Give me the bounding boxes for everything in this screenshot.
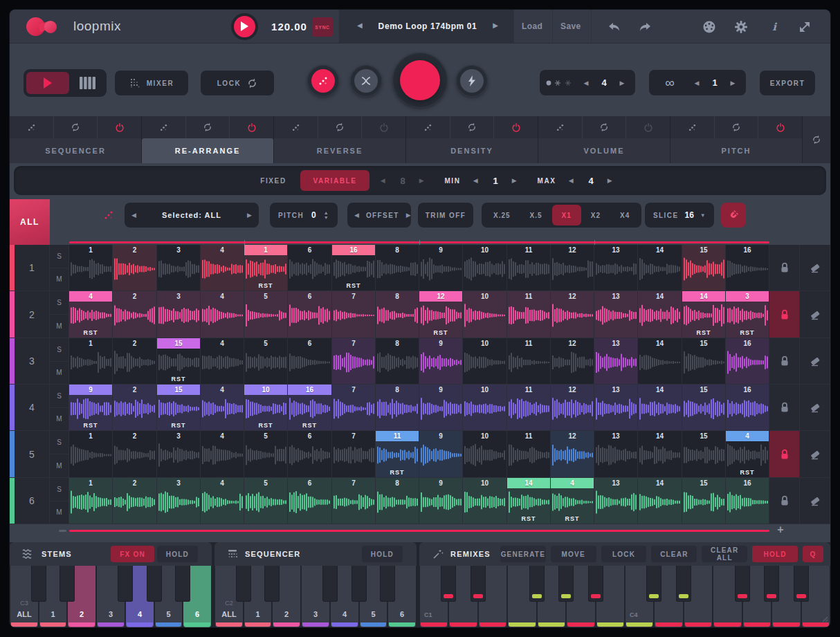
slice-cell[interactable]: 5	[244, 431, 288, 477]
min-next-icon[interactable]: ▶	[508, 166, 522, 195]
keys-view-button[interactable]	[79, 76, 98, 90]
shuffle-knob[interactable]	[350, 65, 382, 97]
slice-cell[interactable]: 3	[157, 291, 201, 338]
slice-cell[interactable]: 12	[551, 431, 594, 477]
mute-button[interactable]: M	[50, 501, 69, 524]
slice-cell[interactable]: 13	[594, 478, 638, 524]
slice-cell[interactable]: 1	[69, 431, 113, 477]
pattern-next-icon[interactable]: ▶	[616, 80, 628, 86]
black-key[interactable]	[264, 566, 280, 602]
midi-button[interactable]	[702, 19, 717, 35]
slice-cell[interactable]: 1	[69, 478, 113, 524]
slice-cell[interactable]: 6	[288, 245, 332, 290]
slice-cell[interactable]: 14	[638, 385, 682, 430]
tab-cycle-icon[interactable]	[186, 116, 230, 138]
slice-cell[interactable]: 1	[69, 338, 113, 384]
loop-range-bar[interactable]	[69, 241, 769, 243]
slice-cell[interactable]: 1	[69, 245, 113, 290]
magnet-button[interactable]	[721, 203, 746, 228]
row-lock-button[interactable]	[769, 478, 800, 524]
lock-button[interactable]: LOCK	[201, 71, 274, 95]
remix-hold-button[interactable]: HOLD	[752, 546, 798, 562]
row-clear-button[interactable]	[800, 245, 830, 290]
tab-dice-icon[interactable]	[142, 116, 186, 138]
loop-prev-icon[interactable]: ◀	[691, 80, 703, 86]
pattern-value[interactable]: 4	[592, 77, 616, 88]
slice-cell[interactable]: 10	[463, 478, 507, 524]
slice-cell[interactable]: 15	[682, 478, 726, 524]
loop-next-icon[interactable]: ▶	[727, 80, 739, 86]
loop-value[interactable]: 1	[703, 77, 727, 88]
mixer-button[interactable]: MIXER	[115, 71, 188, 95]
slice-cell[interactable]: 13	[594, 245, 638, 290]
record-button[interactable]	[392, 53, 448, 108]
selected-prev-icon[interactable]: ◀	[125, 212, 143, 219]
offset-next-icon[interactable]: ▶	[399, 212, 418, 219]
speed-x25-button[interactable]: X.25	[484, 205, 520, 225]
slice-cell[interactable]: 4	[201, 291, 244, 338]
preset-prev-icon[interactable]: ◀	[357, 21, 363, 29]
row-lock-button[interactable]	[769, 291, 800, 338]
redo-button[interactable]	[638, 19, 653, 35]
tab-dice-icon[interactable]	[406, 116, 450, 138]
row-clear-button[interactable]	[800, 291, 830, 338]
row-clear-button[interactable]	[800, 338, 830, 384]
slice-cell[interactable]: 9	[419, 431, 463, 477]
settings-button[interactable]	[733, 19, 749, 35]
slice-cell[interactable]: 5	[244, 291, 288, 338]
slice-cell[interactable]: 4	[201, 431, 244, 477]
min-prev-icon[interactable]: ◀	[469, 166, 483, 195]
row-lock-button[interactable]	[769, 245, 800, 290]
slice-cell[interactable]: 14RST	[682, 291, 726, 338]
remix-move-button[interactable]: MOVE	[551, 546, 596, 562]
slice-cell[interactable]: 11	[507, 338, 551, 384]
slice-cell[interactable]: 13	[594, 338, 638, 384]
tab-power-icon[interactable]	[230, 116, 273, 138]
row-lock-button[interactable]	[769, 338, 800, 384]
speed-x2-button[interactable]: X2	[581, 205, 610, 225]
black-key[interactable]	[236, 566, 251, 602]
max-next-icon[interactable]: ▶	[603, 166, 617, 195]
tab-cycle-icon[interactable]	[318, 116, 363, 138]
remix-black-key[interactable]	[588, 566, 603, 602]
bottom-loop-bar[interactable]	[69, 530, 769, 532]
solo-button[interactable]: S	[50, 478, 69, 501]
black-key[interactable]	[322, 566, 338, 602]
slice-cell[interactable]: 9	[419, 338, 463, 384]
slice-cell[interactable]: 13	[594, 291, 638, 338]
black-key[interactable]	[380, 566, 395, 602]
tab-dice-icon[interactable]	[274, 116, 318, 138]
speed-x1-button[interactable]: X1	[552, 205, 581, 225]
slice-cell[interactable]: 16RST	[332, 245, 376, 290]
trim-button[interactable]: TRIM OFF	[418, 203, 473, 228]
tab-power-icon[interactable]	[626, 116, 670, 138]
slice-cell[interactable]: 2	[113, 478, 157, 524]
tab-density[interactable]: DENSITY	[406, 138, 538, 163]
tab-cycle-icon[interactable]	[54, 116, 98, 138]
remix-black-key[interactable]	[441, 566, 456, 602]
max-value[interactable]: 4	[581, 166, 601, 195]
slice-cell[interactable]: 10	[463, 338, 507, 384]
undo-button[interactable]	[606, 19, 621, 35]
black-key[interactable]	[175, 566, 190, 602]
global-cycle-button[interactable]	[803, 116, 830, 163]
slice-cell[interactable]: 14	[638, 478, 682, 524]
slice-cell[interactable]: 4RST	[551, 478, 594, 524]
speed-x4-button[interactable]: X4	[610, 205, 639, 225]
slice-cell[interactable]: 3	[157, 431, 201, 477]
save-button[interactable]: Save	[560, 21, 581, 31]
row-number[interactable]: 4	[15, 385, 50, 430]
offset-prev-icon[interactable]: ◀	[347, 212, 366, 219]
trigger-knob[interactable]	[456, 65, 488, 97]
remix-black-key[interactable]	[558, 566, 574, 602]
slice-cell[interactable]: 3RST	[726, 291, 769, 338]
tab-cycle-icon[interactable]	[715, 116, 759, 138]
remix-black-key[interactable]	[735, 566, 750, 602]
slice-cell[interactable]: 12RST	[419, 291, 463, 338]
slice-cell[interactable]: 16	[726, 245, 769, 290]
remix-clear-all-button[interactable]: CLEAR ALL	[702, 546, 747, 562]
slice-cell[interactable]: 1RST	[244, 245, 288, 290]
slice-cell[interactable]: 13	[594, 385, 638, 430]
remix-black-key[interactable]	[794, 566, 809, 602]
remix-black-key[interactable]	[471, 566, 486, 602]
